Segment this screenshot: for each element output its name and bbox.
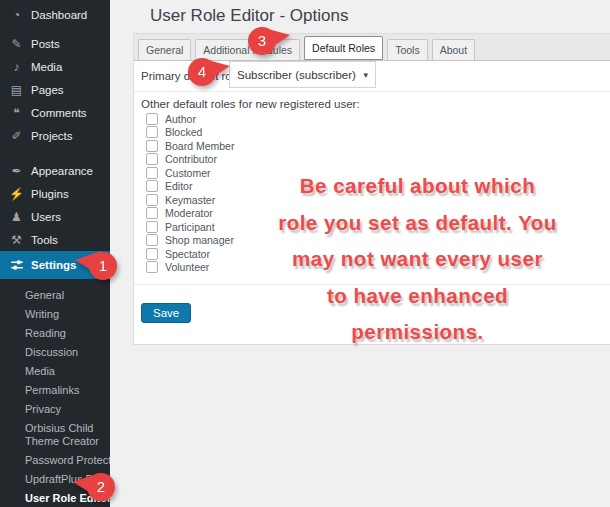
sidebar-item-label: Projects xyxy=(31,130,73,142)
sidebar-item-label: Comments xyxy=(31,107,87,119)
callout-number: 3 xyxy=(258,32,266,49)
submenu-item-discussion[interactable]: Discussion xyxy=(0,343,110,362)
sidebar-item-label: Tools xyxy=(31,234,58,246)
role-checkbox-shop-manager[interactable] xyxy=(146,234,158,246)
sidebar-item-label: Posts xyxy=(31,38,60,50)
role-label: Participant xyxy=(165,221,215,233)
sidebar-item-dashboard[interactable]: ◔ Dashboard xyxy=(0,3,110,26)
sidebar-item-posts[interactable]: ✎ Posts xyxy=(0,32,110,55)
sidebar-item-media[interactable]: ♪ Media xyxy=(0,55,110,78)
role-row: Author xyxy=(146,112,234,126)
submenu-item-orbisius-child-theme-creator[interactable]: Orbisius Child Theme Creator xyxy=(0,419,110,451)
role-checkbox-author[interactable] xyxy=(146,113,158,125)
callout-balloon-4: 4 xyxy=(186,55,230,89)
callout-number: 2 xyxy=(97,478,105,495)
plugins-icon: ⚡ xyxy=(9,188,24,200)
other-roles-checkbox-list: Author Blocked Board Member Contributor … xyxy=(146,112,234,274)
posts-pin-icon: ✎ xyxy=(9,38,24,50)
primary-role-selected-value: Subscriber (subscriber) xyxy=(237,69,356,81)
sidebar-item-pages[interactable]: ▤ Pages xyxy=(0,78,110,101)
role-checkbox-contributor[interactable] xyxy=(146,153,158,165)
sidebar-item-label: Settings xyxy=(31,259,76,271)
role-label: Shop manager xyxy=(165,234,234,246)
role-row: Moderator xyxy=(146,207,234,221)
tab-general[interactable]: General xyxy=(138,39,191,60)
chevron-down-icon: ▾ xyxy=(363,70,368,80)
row-divider xyxy=(134,91,610,92)
dashboard-icon: ◔ xyxy=(9,9,24,21)
sidebar-item-projects[interactable]: ✐ Projects xyxy=(0,124,110,147)
sidebar-item-appearance[interactable]: ✒ Appearance xyxy=(0,159,110,182)
submenu-item-media[interactable]: Media xyxy=(0,362,110,381)
submenu-item-privacy[interactable]: Privacy xyxy=(0,400,110,419)
sidebar-item-label: Plugins xyxy=(31,188,69,200)
submenu-item-writing[interactable]: Writing xyxy=(0,305,110,324)
role-label: Keymaster xyxy=(165,194,215,206)
primary-role-select[interactable]: Subscriber (subscriber) ▾ xyxy=(229,61,376,88)
submenu-item-reading[interactable]: Reading xyxy=(0,324,110,343)
role-checkbox-participant[interactable] xyxy=(146,221,158,233)
page-title: User Role Editor - Options xyxy=(150,6,348,26)
sidebar-item-label: Media xyxy=(31,61,62,73)
other-default-roles-label: Other default roles for new registered u… xyxy=(141,98,360,110)
role-checkbox-volunteer[interactable] xyxy=(146,261,158,273)
callout-number: 4 xyxy=(198,63,206,80)
role-row: Editor xyxy=(146,180,234,194)
role-row: Shop manager xyxy=(146,234,234,248)
sidebar-item-label: Dashboard xyxy=(31,9,87,21)
role-checkbox-board-member[interactable] xyxy=(146,140,158,152)
pages-icon: ▤ xyxy=(9,84,24,96)
sidebar-item-users[interactable]: ♟ Users xyxy=(0,205,110,228)
row-divider xyxy=(134,284,610,285)
callout-balloon-3: 3 xyxy=(246,24,290,58)
role-label: Volunteer xyxy=(165,261,209,273)
callout-balloon-2: 2 xyxy=(73,470,117,504)
role-checkbox-keymaster[interactable] xyxy=(146,194,158,206)
role-label: Moderator xyxy=(165,207,213,219)
role-label: Board Member xyxy=(165,140,234,152)
save-button[interactable]: Save xyxy=(141,303,191,323)
role-label: Customer xyxy=(165,167,211,179)
projects-pin-icon: ✐ xyxy=(9,130,24,142)
role-label: Blocked xyxy=(165,126,202,138)
submenu-item-permalinks[interactable]: Permalinks xyxy=(0,381,110,400)
sidebar-item-label: Pages xyxy=(31,84,64,96)
sidebar-item-comments[interactable]: ❝ Comments xyxy=(0,101,110,124)
tab-about[interactable]: About xyxy=(432,39,475,60)
role-row: Spectator xyxy=(146,247,234,261)
role-label: Author xyxy=(165,113,196,125)
role-row: Customer xyxy=(146,166,234,180)
sidebar-item-label: Appearance xyxy=(31,165,93,177)
role-checkbox-blocked[interactable] xyxy=(146,126,158,138)
role-row: Volunteer xyxy=(146,261,234,275)
role-row: Board Member xyxy=(146,139,234,153)
submenu-item-password-protected[interactable]: Password Protected xyxy=(0,451,110,470)
role-label: Spectator xyxy=(165,248,210,260)
role-checkbox-spectator[interactable] xyxy=(146,248,158,260)
appearance-brush-icon: ✒ xyxy=(9,165,24,177)
sidebar-item-plugins[interactable]: ⚡ Plugins xyxy=(0,182,110,205)
role-row: Participant xyxy=(146,220,234,234)
role-checkbox-editor[interactable] xyxy=(146,180,158,192)
submenu-item-general[interactable]: General xyxy=(0,286,110,305)
role-row: Contributor xyxy=(146,153,234,167)
tools-wrench-icon: ⚒ xyxy=(9,234,24,246)
role-label: Editor xyxy=(165,180,192,192)
role-row: Keymaster xyxy=(146,193,234,207)
media-icon: ♪ xyxy=(9,61,24,73)
comments-icon: ❝ xyxy=(9,107,24,119)
tab-tools[interactable]: Tools xyxy=(387,39,428,60)
sidebar-item-label: Users xyxy=(31,211,61,223)
tab-default-roles[interactable]: Default Roles xyxy=(304,36,383,60)
role-checkbox-moderator[interactable] xyxy=(146,207,158,219)
callout-number: 1 xyxy=(99,257,107,274)
role-checkbox-customer[interactable] xyxy=(146,167,158,179)
users-icon: ♟ xyxy=(9,211,24,223)
sidebar-item-tools[interactable]: ⚒ Tools xyxy=(0,228,110,251)
settings-sliders-icon xyxy=(9,259,24,271)
role-row: Blocked xyxy=(146,126,234,140)
callout-balloon-1: 1 xyxy=(75,249,119,283)
role-label: Contributor xyxy=(165,153,217,165)
